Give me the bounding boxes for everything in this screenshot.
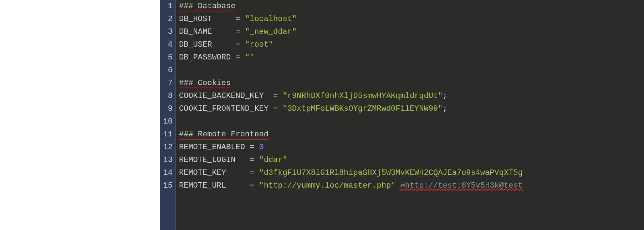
code-token (278, 92, 282, 100)
code-token (254, 168, 259, 177)
code-token (240, 15, 245, 23)
code-token: "http://yummy.loc/master.php" (259, 181, 395, 190)
code-token: #http://test:8Y5v5H3k@test (400, 181, 523, 190)
code-token: = (235, 53, 240, 62)
code-line[interactable] (179, 115, 644, 128)
code-token: = (250, 156, 254, 164)
line-number: 13 (160, 154, 173, 167)
code-token (240, 40, 245, 49)
code-token: = (235, 27, 240, 36)
code-line[interactable]: REMOTE_LOGIN = "ddar" (179, 154, 644, 167)
code-token: = (250, 168, 254, 177)
line-number-gutter: 123456789101112131415 (160, 0, 176, 230)
line-number: 14 (160, 167, 173, 179)
line-number: 4 (160, 38, 173, 51)
code-token: "" (245, 53, 254, 62)
code-token: REMOTE_LOGIN (179, 156, 250, 164)
code-token (395, 181, 400, 190)
line-number: 11 (160, 128, 173, 141)
code-token: "d3fkgFiU7X8lG1Rl8hipaSHXj5W3MvKEWH2CQAJ… (259, 168, 522, 177)
code-token: "3DxtpMFoLWBKsOYgrZMRwd0FilEYNW99" (282, 104, 443, 113)
code-line[interactable]: DB_USER = "root" (179, 38, 644, 51)
code-token: = (273, 92, 278, 100)
code-token: DB_PASSWORD (179, 53, 235, 62)
code-token: ; (443, 92, 447, 100)
code-token: REMOTE_URL (179, 181, 250, 190)
code-token: COOKIE_BACKEND_KEY (179, 92, 273, 100)
line-number: 9 (160, 103, 173, 115)
code-token: 0 (259, 143, 264, 152)
code-token (240, 27, 245, 36)
code-token: = (273, 104, 278, 113)
code-token: DB_USER (179, 40, 235, 49)
line-number: 10 (160, 115, 173, 128)
code-line[interactable]: DB_HOST = "localhost" (179, 13, 644, 26)
line-number: 8 (160, 90, 173, 103)
code-token: "ddar" (259, 156, 287, 164)
line-number: 2 (160, 13, 173, 26)
code-line[interactable]: DB_NAME = "_new_ddar" (179, 26, 644, 38)
line-number: 12 (160, 141, 173, 154)
code-token: ### Remote Frontend (179, 130, 269, 140)
code-token: "r9NRhDXf0nhXljD5smwHYAKqmldrqdUt" (282, 92, 443, 100)
line-number: 15 (160, 179, 173, 192)
code-token: "_new_ddar" (245, 27, 297, 36)
code-token (254, 181, 259, 190)
code-line[interactable]: COOKIE_BACKEND_KEY = "r9NRhDXf0nhXljD5sm… (179, 90, 644, 103)
code-token: = (250, 181, 254, 190)
code-token: DB_HOST (179, 15, 235, 23)
code-token: = (235, 15, 240, 23)
code-token: COOKIE_FRONTEND_KEY (179, 104, 273, 113)
code-token: ### Database (179, 2, 235, 11)
code-token (254, 156, 259, 164)
code-line[interactable]: ### Database (179, 0, 644, 13)
code-line[interactable]: REMOTE_ENABLED = 0 (179, 141, 644, 154)
code-token: REMOTE_KEY (179, 168, 250, 177)
code-line[interactable]: REMOTE_URL = "http://yummy.loc/master.ph… (179, 179, 644, 192)
code-token: "localhost" (245, 15, 297, 23)
code-line[interactable]: DB_PASSWORD = "" (179, 51, 644, 64)
code-line[interactable]: ### Remote Frontend (179, 128, 644, 141)
code-token: "root" (245, 40, 273, 49)
code-token (254, 143, 259, 152)
code-token (278, 104, 282, 113)
code-line[interactable]: ### Cookies (179, 77, 644, 90)
left-margin-panel (0, 0, 160, 230)
line-number: 1 (160, 0, 173, 13)
code-editor[interactable]: 123456789101112131415 ### DatabaseDB_HOS… (160, 0, 644, 230)
code-token: REMOTE_ENABLED (179, 143, 250, 152)
code-token: ### Cookies (179, 79, 231, 88)
code-token (240, 53, 245, 62)
line-number: 6 (160, 64, 173, 77)
code-token: = (250, 143, 254, 152)
code-line[interactable]: COOKIE_FRONTEND_KEY = "3DxtpMFoLWBKsOYgr… (179, 103, 644, 115)
code-token: DB_NAME (179, 27, 235, 36)
line-number: 5 (160, 51, 173, 64)
code-line[interactable] (179, 64, 644, 77)
code-token: = (235, 40, 240, 49)
line-number: 7 (160, 77, 173, 90)
code-token: ; (443, 104, 447, 113)
line-number: 3 (160, 26, 173, 38)
code-line[interactable]: REMOTE_KEY = "d3fkgFiU7X8lG1Rl8hipaSHXj5… (179, 167, 644, 179)
code-area[interactable]: ### DatabaseDB_HOST = "localhost"DB_NAME… (176, 0, 644, 230)
